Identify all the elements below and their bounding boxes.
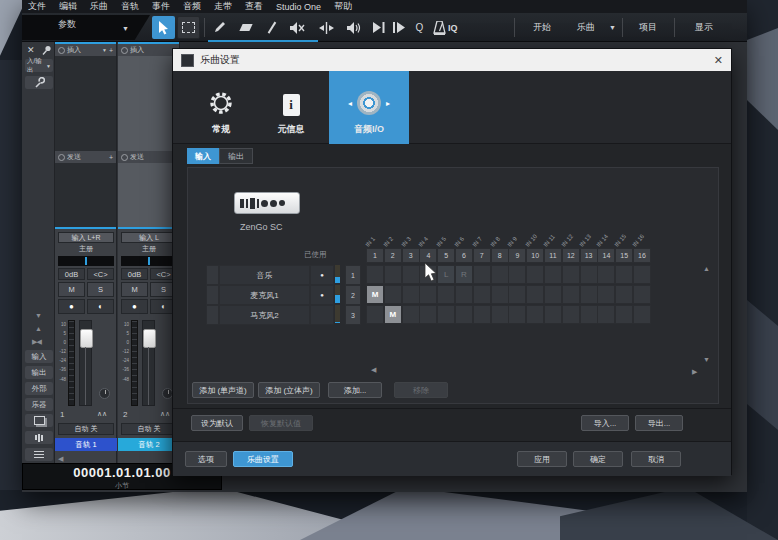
tool-settings-button[interactable] [25,76,53,89]
levels-button[interactable] [25,431,53,444]
grid-cell[interactable] [491,285,509,304]
start-button[interactable]: 开始 [522,15,562,40]
menu-item[interactable]: 文件 [26,0,48,13]
restore-default-button[interactable]: 恢复默认值 [249,415,313,431]
menu-item[interactable]: Studio One [274,2,323,12]
grid-cell[interactable] [419,285,437,304]
power-icon[interactable] [58,47,65,54]
power-icon[interactable] [58,154,65,161]
pencil-tool-button[interactable] [208,16,231,39]
chevron-down-icon[interactable]: ▼ [102,47,107,53]
grid-cell[interactable] [580,305,598,324]
grid-cell[interactable] [615,285,633,304]
collapse-left-icon[interactable]: ◀ [58,455,63,463]
row-name-cell[interactable]: 麦克风1 [219,285,310,305]
grid-cell[interactable] [366,265,384,284]
dialog-title-bar[interactable]: 乐曲设置 ✕ [173,49,731,71]
cancel-button[interactable]: 取消 [631,451,681,467]
add-insert-icon[interactable]: + [109,47,113,54]
inserts-list[interactable] [55,56,116,151]
add-stereo-button[interactable]: 添加 (立体声) [258,382,320,398]
menu-item[interactable]: 乐曲 [88,0,110,13]
grid-cell[interactable]: L [437,265,455,284]
scroll-down-icon[interactable]: ▼ [35,312,42,319]
grid-cell[interactable]: M [366,285,384,304]
rail-nav-1[interactable]: 输出 [25,366,53,379]
bend-tool-button[interactable] [315,16,338,39]
grid-cell[interactable] [437,285,455,304]
grid-cell[interactable] [419,305,437,324]
inserts-list[interactable] [118,56,179,151]
close-icon[interactable]: ✕ [714,54,723,67]
grid-cell[interactable]: M [384,305,402,324]
pan-value[interactable]: <C> [87,268,114,280]
record-button[interactable]: ● [58,299,85,314]
collapse-icon[interactable]: ▶◀ [32,338,41,346]
track-name-badge[interactable]: 音轨 2 [118,438,180,451]
grid-cell[interactable] [508,265,526,284]
grid-cell[interactable] [526,305,544,324]
iq-button[interactable]: IQ [448,18,458,38]
output-route[interactable]: 主册 [121,244,177,254]
track-name-badge[interactable]: 音轨 1 [55,438,117,451]
grid-cell[interactable] [402,285,420,304]
io-tab-output[interactable]: 输出 [219,148,253,164]
grid-cell[interactable] [508,305,526,324]
grid-cell[interactable] [508,285,526,304]
remove-button[interactable]: 移除 [394,382,448,398]
sends-header[interactable]: 发送 + [55,151,116,163]
inserts-header[interactable]: 插入 ▼ + [55,42,116,56]
fader-cap[interactable] [80,329,93,348]
grid-scroll-down-icon[interactable]: ▼ [703,356,710,363]
inserts-header[interactable]: 插入 ▼ [118,42,179,56]
song-chevron-icon[interactable]: ▼ [609,24,616,31]
solo-button[interactable]: S [87,282,114,297]
grid-cell[interactable] [580,265,598,284]
cue-knob[interactable] [99,388,110,399]
grid-cell[interactable] [526,265,544,284]
song-setup-button[interactable]: 乐曲设置 [233,451,293,467]
grid-scroll-right-icon[interactable]: ▶ [692,368,697,376]
sends-header[interactable]: 发送 [118,151,179,163]
grid-cell[interactable] [366,305,384,324]
menu-item[interactable]: 事件 [150,0,172,13]
tab-metadata[interactable]: i 元信息 [259,71,323,144]
project-button[interactable]: 项目 [628,15,668,40]
sends-list[interactable] [55,163,116,227]
grid-scroll-up-icon[interactable]: ▲ [703,265,710,272]
gain-value[interactable]: 0dB [58,268,85,280]
input-route[interactable]: 输入 L+R [58,232,114,243]
menu-item[interactable]: 查看 [243,0,265,13]
row-name-cell[interactable]: 音乐 [219,265,310,285]
grid-cell[interactable] [402,305,420,324]
grid-cell[interactable] [633,305,651,324]
grid-cell[interactable] [473,265,491,284]
menu-item[interactable]: 音轨 [119,0,141,13]
tab-audio-io[interactable]: ◂ ▸ 音频I/O [329,71,409,144]
import-button[interactable]: 导入... [581,415,629,431]
pan-bar[interactable] [121,256,177,266]
apply-button[interactable]: 应用 [517,451,567,467]
rail-nav-2[interactable]: 外部 [25,382,53,395]
song-button[interactable]: 乐曲 [566,15,606,40]
close-panel-icon[interactable]: ✕ [27,45,35,55]
add-send-icon[interactable]: + [109,154,113,161]
grid-cell[interactable] [526,285,544,304]
list-button[interactable] [25,448,53,461]
param-dropdown[interactable]: 参数 ▼ [22,15,150,40]
row-name-cell[interactable]: 马克风2 [219,305,310,325]
grid-cell[interactable] [562,305,580,324]
power-icon[interactable] [121,154,128,161]
monitor-button[interactable]: ◐ [87,299,114,314]
rail-nav-3[interactable]: 乐器 [25,398,53,411]
grid-cell[interactable] [437,305,455,324]
grid-cell[interactable] [473,305,491,324]
menu-item[interactable]: 编辑 [57,0,79,13]
show-button[interactable]: 显示 [684,15,724,40]
grid-cell[interactable] [615,305,633,324]
grid-cell[interactable] [491,265,509,284]
grid-cell[interactable] [384,265,402,284]
grid-cell[interactable] [597,285,615,304]
tab-general[interactable]: 常规 [189,71,253,144]
grid-cell[interactable]: R [455,265,473,284]
